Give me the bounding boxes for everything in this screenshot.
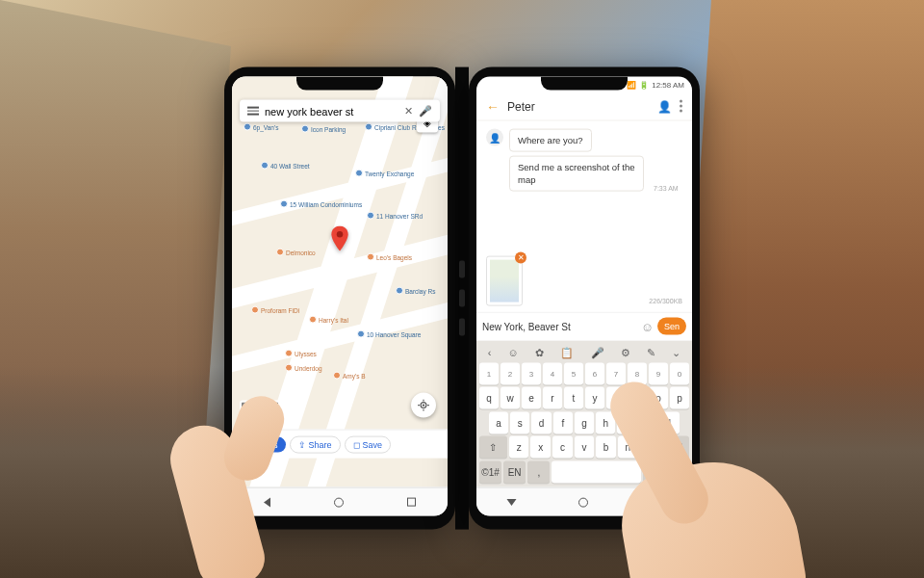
- key-a[interactable]: a: [489, 411, 508, 434]
- voice-icon[interactable]: 🎤: [419, 105, 432, 118]
- overflow-menu-icon[interactable]: [680, 100, 682, 113]
- remove-attachment-icon[interactable]: ✕: [515, 251, 526, 263]
- map-search-bar[interactable]: new york beaver st ✕ 🎤: [240, 100, 440, 122]
- battery-icon: 🔋: [639, 80, 649, 89]
- poi[interactable]: Icon Parking: [301, 125, 346, 133]
- hamburger-icon[interactable]: [247, 107, 259, 116]
- clock: 12:58 AM: [652, 80, 684, 89]
- kb-emoji-icon[interactable]: ☺: [508, 346, 519, 358]
- message-row: Send me a screenshot of the map 7:33 AM: [486, 156, 682, 192]
- key-z[interactable]: z: [509, 436, 529, 459]
- map-pin-icon[interactable]: [331, 225, 348, 250]
- poi[interactable]: Delmonico: [276, 249, 316, 256]
- timestamp: 7:33 AM: [654, 185, 679, 192]
- poi[interactable]: 6p_Van's: [244, 123, 278, 131]
- key-1[interactable]: 1: [479, 362, 499, 384]
- poi[interactable]: 11 Hanover SRd: [367, 212, 423, 220]
- message-bubble: Where are you?: [509, 129, 592, 152]
- poi[interactable]: Underdog: [285, 364, 322, 372]
- attachment-preview[interactable]: ✕: [486, 255, 523, 305]
- poi[interactable]: Ulysses: [285, 350, 317, 357]
- key-s[interactable]: s: [510, 411, 529, 434]
- svg-point-2: [423, 404, 424, 406]
- key-q[interactable]: q: [479, 387, 499, 409]
- svg-point-0: [337, 231, 344, 238]
- key-symbols[interactable]: ©1#: [479, 460, 501, 483]
- compose-bar: New York, Beaver St ☺ Sen: [476, 311, 692, 340]
- message-input[interactable]: New York, Beaver St: [482, 321, 637, 331]
- poi[interactable]: 40 Wall Street: [261, 162, 310, 170]
- key-2[interactable]: 2: [500, 362, 520, 384]
- notch: [296, 77, 383, 91]
- send-button[interactable]: Sen: [657, 318, 686, 335]
- poi[interactable]: Twenty Exchange: [355, 170, 414, 177]
- right-hand: [529, 347, 837, 578]
- message-bubble: Send me a screenshot of the map: [509, 156, 644, 192]
- recents-button[interactable]: [407, 498, 416, 507]
- poi[interactable]: Amy's B: [333, 372, 366, 380]
- poi[interactable]: Harry's Ital: [309, 316, 348, 324]
- avatar[interactable]: 👤: [486, 129, 503, 146]
- kb-chevron-icon[interactable]: ‹: [488, 346, 492, 358]
- key-lang[interactable]: EN: [503, 460, 526, 483]
- key-w[interactable]: w: [500, 387, 520, 409]
- my-location-button[interactable]: [411, 393, 436, 418]
- left-hand: [125, 385, 356, 578]
- back-button[interactable]: [507, 499, 517, 506]
- emoji-icon[interactable]: ☺: [641, 319, 654, 333]
- chat-header: ← Peter 👤: [476, 92, 692, 121]
- poi[interactable]: Barclay Rs: [396, 287, 435, 295]
- notch: [541, 77, 628, 91]
- signal-icon: 📶: [627, 80, 636, 89]
- clear-icon[interactable]: ✕: [404, 105, 413, 118]
- poi[interactable]: Leo's Bagels: [367, 253, 412, 261]
- back-icon[interactable]: ←: [486, 98, 500, 114]
- key-shift[interactable]: ⇧: [479, 436, 507, 459]
- chat-thread[interactable]: 👤 Where are you? Send me a screenshot of…: [476, 121, 692, 312]
- poi[interactable]: Proforam FiDi: [251, 306, 299, 314]
- search-input[interactable]: new york beaver st: [265, 105, 398, 117]
- attachment-size: 226/300KB: [649, 297, 682, 303]
- contact-name[interactable]: Peter: [507, 99, 650, 113]
- poi[interactable]: 10 Hanover Square: [357, 330, 421, 338]
- phone-hinge: [455, 67, 469, 530]
- contact-icon[interactable]: 👤: [657, 99, 672, 113]
- poi[interactable]: 15 William Condominiums: [280, 200, 362, 208]
- message-row: 👤 Where are you?: [486, 129, 682, 152]
